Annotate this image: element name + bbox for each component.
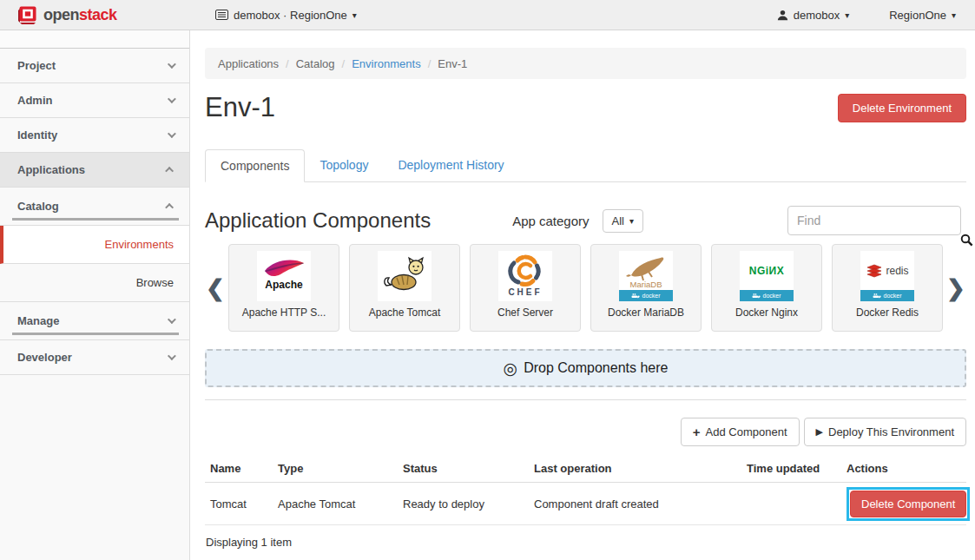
redis-wordmark: redis: [886, 265, 908, 277]
sidebar-item-label: Applications: [17, 163, 85, 176]
deploy-environment-button[interactable]: ▶ Deploy This Environment: [804, 418, 966, 446]
sidebar-item-developer[interactable]: Developer: [0, 340, 189, 375]
docker-badge-label: docker: [642, 293, 660, 299]
breadcrumb-separator: /: [428, 57, 432, 70]
sidebar-item-environments[interactable]: Environments: [0, 226, 189, 264]
app-card-apache-http[interactable]: Apache Apache HTTP S...: [228, 244, 339, 332]
apache-logo-icon: Apache: [260, 253, 307, 300]
brand-wordmark: openstack: [43, 6, 117, 24]
column-header-actions: Actions: [841, 462, 966, 475]
docker-badge-label: docker: [762, 293, 781, 299]
delete-component-button[interactable]: Delete Component: [850, 491, 966, 517]
column-header-time-updated: Time updated: [741, 462, 841, 475]
sidebar-item-admin[interactable]: Admin: [0, 83, 189, 118]
column-header-type: Type: [273, 462, 398, 475]
breadcrumb-separator: /: [342, 57, 346, 70]
sidebar-item-catalog[interactable]: Catalog: [0, 188, 189, 226]
sidebar-item-project[interactable]: Project: [0, 49, 189, 83]
drop-components-zone[interactable]: ◎ Drop Components here: [205, 349, 966, 387]
app-category-dropdown[interactable]: All ▾: [603, 209, 643, 233]
breadcrumb: Applications / Catalog / Environments / …: [205, 48, 966, 79]
chef-logo-icon: CHEF: [502, 253, 549, 300]
add-component-label: Add Component: [706, 425, 787, 438]
sidebar-item-manage[interactable]: Manage: [0, 302, 189, 340]
app-card-name: Apache HTTP S...: [229, 306, 339, 319]
chevron-up-icon: [165, 167, 174, 175]
sidebar-item-applications[interactable]: Applications: [0, 153, 189, 188]
openstack-logo[interactable]: openstack: [0, 5, 191, 24]
page-header: Env-1 Delete Environment: [205, 92, 966, 123]
app-card-image: NGiИX docker: [740, 251, 794, 301]
panel-title: Application Components: [205, 208, 431, 233]
dropzone-label: Drop Components here: [524, 360, 668, 376]
sidebar-nav: Project Admin Identity Applications Cata…: [0, 30, 190, 560]
chevron-down-icon: [168, 95, 176, 103]
breadcrumb-link-environments[interactable]: Environments: [352, 57, 420, 70]
section-underline: [12, 333, 179, 335]
deploy-environment-label: Deploy This Environment: [828, 425, 954, 438]
app-card-docker-mariadb[interactable]: MariaDB docker Docker MariaDB: [590, 244, 702, 332]
app-card-chef-server[interactable]: CHEF Chef Server: [470, 244, 581, 332]
column-header-status: Status: [398, 462, 529, 475]
app-card-docker-nginx[interactable]: NGiИX docker Docker Nginx: [711, 244, 822, 332]
nginx-logo-icon: NGiИX: [740, 251, 794, 290]
context-label: demobox · RegionOne: [234, 9, 347, 22]
app-card-image: MariaDB docker: [619, 251, 673, 301]
add-component-button[interactable]: + Add Component: [681, 418, 800, 446]
app-cards: Apache Apache HTTP S...: [226, 244, 945, 332]
app-category-label: App category: [512, 214, 589, 228]
app-card-image: CHEF: [498, 251, 552, 301]
caret-down-icon: ▾: [352, 10, 357, 20]
tab-topology[interactable]: Topology: [305, 149, 383, 181]
app-card-apache-tomcat[interactable]: Apache Tomcat: [349, 244, 460, 332]
sidebar-item-label: Admin: [17, 94, 52, 107]
caret-down-icon: ▾: [845, 10, 849, 20]
component-type-cell: Apache Tomcat: [273, 497, 398, 511]
app-card-name: Apache Tomcat: [350, 306, 459, 319]
tab-components[interactable]: Components: [205, 149, 305, 182]
bullseye-icon: ◎: [504, 360, 518, 377]
tab-bar: Components Topology Deployment History: [205, 149, 966, 182]
tab-deployment-history[interactable]: Deployment History: [383, 149, 518, 181]
breadcrumb-item-current: Env-1: [438, 57, 467, 70]
sidebar-item-identity[interactable]: Identity: [0, 118, 189, 153]
region-menu-label: RegionOne: [889, 9, 946, 22]
sidebar-item-label: Catalog: [17, 200, 59, 213]
breadcrumb-separator: /: [286, 57, 289, 70]
top-navbar: openstack demobox · RegionOne ▾ demobox …: [0, 0, 975, 30]
table-header-row: Name Type Status Last operation Time upd…: [205, 457, 966, 483]
component-status-cell: Ready to deploy: [398, 497, 529, 511]
docker-badge-icon: docker: [619, 290, 673, 301]
sidebar-top-stub: [0, 30, 189, 49]
caret-down-icon: ▾: [629, 216, 634, 226]
carousel-right-icon[interactable]: ❯: [945, 277, 966, 300]
openstack-cube-icon: [17, 5, 38, 24]
user-menu[interactable]: demobox ▾: [777, 9, 850, 22]
sidebar-item-label: Identity: [17, 128, 57, 142]
delete-environment-button[interactable]: Delete Environment: [838, 94, 966, 122]
play-icon: ▶: [816, 427, 823, 437]
highlight-box: Delete Component: [847, 487, 970, 521]
component-last-operation-cell: Component draft created: [529, 497, 741, 511]
app-card-name: Chef Server: [471, 306, 580, 319]
app-card-docker-redis[interactable]: redis docker Docker Redis: [832, 244, 943, 332]
mariadb-logo-icon: MariaDB: [619, 251, 673, 290]
carousel-left-icon[interactable]: ❮: [205, 277, 226, 300]
find-input[interactable]: [787, 206, 961, 235]
search-icon[interactable]: [960, 234, 973, 250]
page-title: Env-1: [205, 92, 275, 123]
list-icon: [215, 10, 228, 20]
user-icon: [777, 10, 788, 21]
project-context-switcher[interactable]: demobox · RegionOne ▾: [215, 9, 357, 22]
component-actions-cell: Delete Component: [841, 487, 970, 521]
component-name-link[interactable]: Tomcat: [205, 497, 273, 511]
table-row: Tomcat Apache Tomcat Ready to deploy Com…: [205, 483, 966, 525]
table-footer: Displaying 1 item: [205, 525, 966, 549]
app-category-selected: All: [612, 214, 624, 227]
column-header-name: Name: [205, 462, 273, 475]
sidebar-item-browse[interactable]: Browse: [0, 264, 189, 302]
sidebar-item-label: Project: [17, 59, 56, 72]
app-card-name: Docker Nginx: [712, 306, 821, 319]
user-menu-label: demobox: [794, 9, 840, 22]
region-menu[interactable]: RegionOne ▾: [889, 9, 956, 22]
